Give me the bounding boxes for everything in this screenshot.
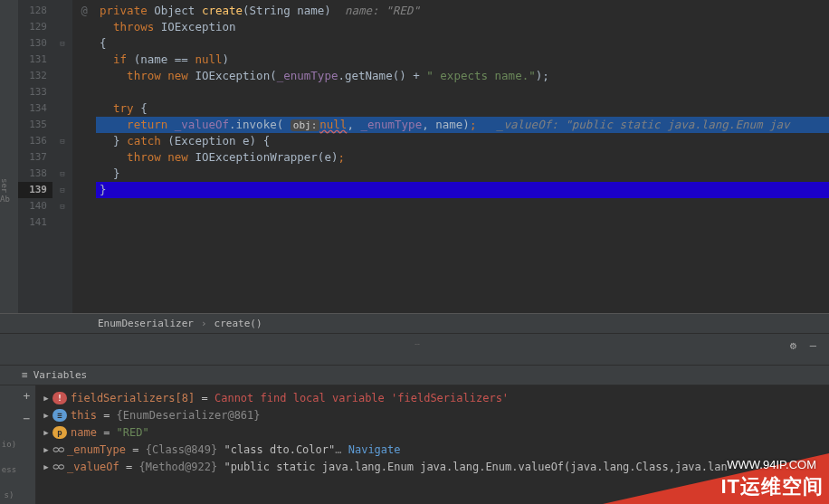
override-icon[interactable]: @ [72,3,96,19]
fold-toggle[interactable]: ⊟ [52,182,72,198]
fold-marker [52,19,72,35]
expand-icon[interactable]: ▶ [40,428,52,437]
line-number[interactable]: 141 [18,214,52,231]
add-watch-icon[interactable]: + [24,389,31,403]
line-number[interactable]: 135 [18,117,52,133]
variable-row[interactable]: ▶ p name = "RED" [40,423,829,441]
code-editor[interactable]: private Object create(String name) name:… [96,0,829,313]
sidetab-label: ser [0,178,9,193]
hide-panel-icon[interactable]: — [810,339,816,352]
code-line[interactable]: throw new IOExceptionWrapper(e); [96,149,829,166]
code-line-execution-point[interactable]: return _valueOf.invoke( obj:null, _enumT… [96,117,829,133]
icon-gutter: @ [72,0,96,313]
line-number[interactable]: 140 [18,198,52,214]
line-number[interactable]: 138 [18,166,52,182]
line-number[interactable]: 131 [18,52,52,68]
code-line[interactable]: if (name == null) [96,52,829,68]
watch-icon: ᴑᴑ [52,443,63,455]
variables-tree[interactable]: ▶ ! fieldSerializers[8] = Cannot find lo… [36,385,829,504]
variable-row[interactable]: ▶ ᴑᴑ _enumType = {Class@849} "class dto.… [40,441,829,458]
breadcrumb-item[interactable]: create() [214,318,262,329]
code-line[interactable]: try { [96,100,829,117]
line-number[interactable]: 130 [18,35,52,52]
inline-hint: name: "RED" [345,4,420,17]
expand-icon[interactable]: ▶ [40,411,52,420]
line-number[interactable]: 132 [18,68,52,84]
line-number[interactable]: 134 [18,100,52,117]
code-line[interactable]: } [96,198,829,214]
watch-icon: ᴑᴑ [52,461,63,472]
debug-toolbar: + − [18,385,36,504]
debug-panel: io) ess s) + − ▶ ! fieldSerializers[8] =… [0,385,829,504]
line-number-gutter[interactable]: 128 129 130 131 132 133 134 135 136 137 … [18,0,52,313]
object-icon: ≡ [52,409,67,422]
gear-icon[interactable]: ⚙ [790,339,796,352]
variables-title: Variables [33,369,88,381]
variable-row[interactable]: ▶ ≡ this = {EnumDeserializer@861} [40,406,829,423]
line-number[interactable]: 129 [18,19,52,35]
breadcrumb-item[interactable]: EnumDeserializer [98,318,194,329]
variable-row[interactable]: ▶ ᴑᴑ _valueOf = {Method@922} "public sta… [40,458,829,475]
sidetab-label: Ab [0,195,10,204]
param-icon: p [52,426,67,439]
fold-gutter[interactable]: ⊟ ⊟ ⊟ ⊟ ⊟ [52,0,72,313]
code-line[interactable]: private Object create(String name) name:… [96,3,829,19]
fold-toggle[interactable]: ⊟ [52,35,72,52]
fold-toggle[interactable]: ⊟ [52,198,72,214]
chevron-right-icon: › [201,318,207,329]
code-line[interactable] [96,214,829,231]
inline-hint: _valueOf: "public static java.lang.Enum … [497,118,790,131]
param-hint: obj: [291,119,320,131]
code-line[interactable]: } [96,166,829,182]
editor-area: ser Ab 128 129 130 131 132 133 134 135 1… [0,0,829,313]
expand-icon[interactable]: ▶ [40,445,52,454]
variables-icon: ≡ [22,369,28,381]
line-number[interactable]: 128 [18,3,52,19]
expand-icon[interactable]: ▶ [40,462,52,471]
breadcrumb: EnumDeserializer › create() [0,313,829,333]
remove-watch-icon[interactable]: − [24,412,31,425]
debug-side-tabs[interactable]: io) ess s) [0,385,18,504]
fold-marker [52,3,72,19]
line-number[interactable]: 137 [18,149,52,166]
fold-toggle[interactable]: ⊟ [52,166,72,182]
code-line-current[interactable]: } [96,182,829,198]
line-number[interactable]: 133 [18,84,52,100]
code-line[interactable]: throws IOException [96,19,829,35]
expand-icon[interactable]: ▶ [40,394,52,403]
variables-panel-header: ≡ Variables [0,366,829,385]
error-icon: ! [52,392,67,404]
code-line[interactable]: } catch (Exception e) { [96,133,829,149]
code-line[interactable]: { [96,35,829,52]
code-line[interactable] [96,84,829,100]
panel-resize-bar[interactable]: ┄ ⚙ — [0,333,829,366]
fold-toggle[interactable]: ⊟ [52,133,72,149]
drag-handle-icon[interactable]: ┄ [414,339,422,349]
variable-row[interactable]: ▶ ! fieldSerializers[8] = Cannot find lo… [40,389,829,406]
line-number-current[interactable]: 139 [18,182,52,198]
side-tabs-left[interactable]: ser Ab [0,0,18,313]
navigate-link[interactable]: Navigate [348,443,401,456]
line-number[interactable]: 136 [18,133,52,149]
code-line[interactable]: throw new IOException(_enumType.getName(… [96,68,829,84]
